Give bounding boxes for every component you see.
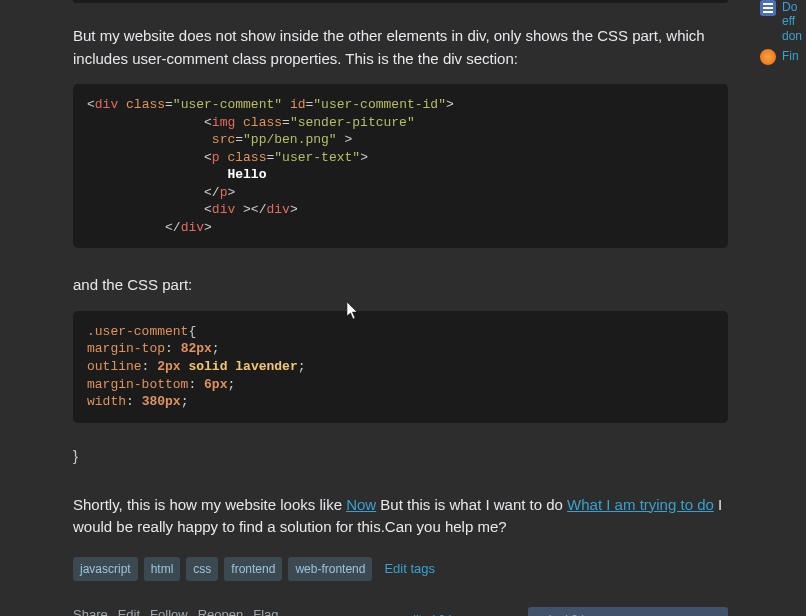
para3-text-a: Shortly, this is how my website looks li… — [73, 496, 346, 513]
edit-link[interactable]: Edit — [118, 607, 140, 616]
tag-javascript[interactable]: javascript — [73, 557, 138, 581]
tag-list: javascript html css frontend web-fronten… — [73, 557, 728, 581]
reopen-link[interactable]: Reopen — [198, 607, 244, 616]
sidebar-link-meta: Do eff don — [782, 0, 802, 43]
sidebar-item-user[interactable]: Fin — [760, 49, 806, 65]
share-link[interactable]: Share — [73, 607, 108, 616]
code-block-html: <div class="user-comment" id="user-comme… — [73, 84, 728, 248]
post-paragraph-3: Shortly, this is how my website looks li… — [73, 494, 728, 539]
follow-link[interactable]: Follow — [150, 607, 188, 616]
flag-link[interactable]: Flag — [253, 607, 278, 616]
meta-icon — [760, 0, 776, 16]
asked-timestamp: asked 3 hours ago — [536, 613, 635, 616]
previous-code-block-bottom — [73, 0, 728, 3]
tag-frontend[interactable]: frontend — [224, 557, 282, 581]
code-block-css: .user-comment{ margin-top: 82px; outline… — [73, 311, 728, 423]
tag-web-frontend[interactable]: web-frontend — [288, 557, 372, 581]
post-paragraph-2: and the CSS part: — [73, 274, 728, 297]
stray-closing-brace: } — [73, 447, 728, 464]
link-now[interactable]: Now — [346, 496, 376, 513]
post-action-links: Share Edit Follow Reopen Flag — [73, 607, 403, 616]
post-paragraph-1: But my website does not show inside the … — [73, 25, 728, 70]
question-body: But my website does not show inside the … — [0, 0, 728, 616]
right-sidebar: Do eff don Fin — [760, 0, 806, 71]
tag-html[interactable]: html — [144, 557, 181, 581]
para3-text-b: But this is what I want to do — [376, 496, 567, 513]
edited-timestamp[interactable]: edited 2 hours ago — [403, 613, 502, 616]
edit-tags-link[interactable]: Edit tags — [384, 561, 435, 576]
link-trying[interactable]: What I am trying to do — [567, 496, 714, 513]
tag-css[interactable]: css — [186, 557, 218, 581]
sidebar-item-meta[interactable]: Do eff don — [760, 0, 806, 43]
avatar-icon — [760, 49, 776, 65]
sidebar-link-user: Fin — [782, 49, 799, 65]
asked-card[interactable]: asked 3 hours ago — [528, 607, 728, 616]
post-actions-row: Share Edit Follow Reopen Flag edited 2 h… — [73, 607, 728, 616]
